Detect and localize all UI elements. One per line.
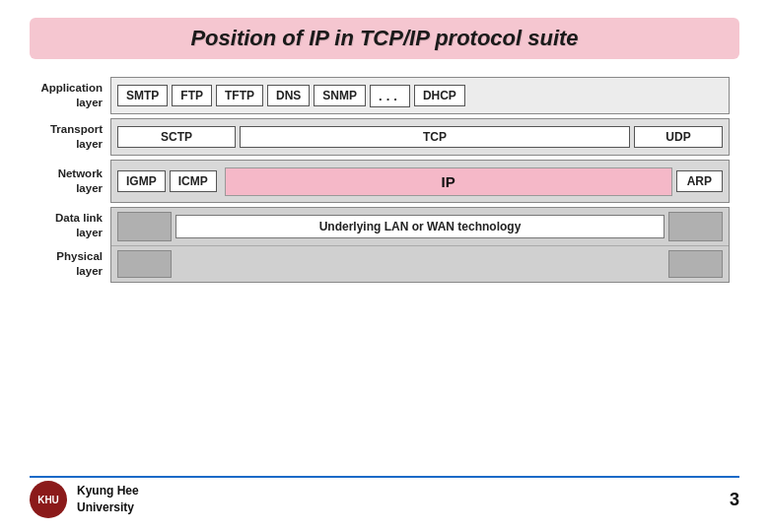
snmp-box: SNMP — [314, 85, 366, 106]
footer: KHU Kyung Hee University 3 — [0, 481, 769, 518]
page-number: 3 — [730, 490, 739, 510]
network-layer-band: IGMP ICMP IP ARP — [110, 160, 730, 203]
datalink-physical-labels: Data linklayer Physicallayer — [39, 207, 110, 283]
ip-wrapper: IP — [225, 167, 672, 196]
physical-gray-left — [117, 250, 172, 278]
datalink-physical-outer-band: Underlying LAN or WAN technology — [110, 207, 730, 283]
university-name: Kyung Hee University — [77, 483, 139, 516]
igmp-box: IGMP — [117, 170, 166, 192]
smtp-box: SMTP — [117, 85, 168, 106]
datalink-physical-combined: Data linklayer Physicallayer Underlying … — [39, 207, 730, 283]
transport-layer-band: SCTP TCP UDP — [110, 118, 730, 156]
title-bar: Position of IP in TCP/IP protocol suite — [30, 18, 739, 59]
network-left-protocols: IGMP ICMP — [117, 170, 217, 192]
datalink-inner-row: Underlying LAN or WAN technology — [111, 208, 729, 246]
diagram: Application layer SMTP FTP TFTP DNS SNMP… — [39, 77, 730, 283]
lan-wan-box: Underlying LAN or WAN technology — [175, 215, 664, 238]
physical-inner-row — [111, 246, 729, 282]
slide-title: Position of IP in TCP/IP protocol suite — [190, 26, 578, 50]
footer-line — [30, 476, 739, 479]
tcp-box: TCP — [240, 126, 630, 148]
icmp-box: ICMP — [170, 170, 217, 192]
transport-protocols: SCTP TCP UDP — [117, 126, 723, 148]
ftp-box: FTP — [172, 85, 212, 106]
sctp-box: SCTP — [117, 126, 236, 148]
slide: Position of IP in TCP/IP protocol suite … — [0, 0, 769, 532]
dots-box: ... — [370, 85, 410, 107]
application-protocols: SMTP FTP TFTP DNS SNMP ... DHCP — [117, 85, 723, 107]
university-logo: KHU — [30, 481, 67, 518]
footer-left: KHU Kyung Hee University — [30, 481, 139, 518]
application-layer-band: SMTP FTP TFTP DNS SNMP ... DHCP — [110, 77, 730, 114]
dhcp-box: DHCP — [414, 85, 465, 106]
datalink-label: Data linklayer — [39, 207, 110, 245]
datalink-gray-right — [668, 212, 723, 241]
dns-box: DNS — [267, 85, 310, 106]
network-layer-row: Network layer IGMP ICMP IP ARP — [39, 160, 730, 203]
physical-label: Physicallayer — [39, 245, 110, 284]
datalink-gray-left — [117, 212, 172, 241]
transport-layer-label: Transport layer — [39, 122, 110, 152]
application-layer-label: Application layer — [39, 81, 110, 110]
arp-box: ARP — [676, 170, 723, 192]
ip-box: IP — [225, 167, 672, 196]
transport-layer-row: Transport layer SCTP TCP UDP — [39, 118, 730, 156]
tftp-box: TFTP — [216, 85, 263, 106]
application-layer-row: Application layer SMTP FTP TFTP DNS SNMP… — [39, 77, 730, 114]
network-layer-label: Network layer — [39, 166, 110, 196]
udp-box: UDP — [634, 126, 723, 148]
physical-gray-right — [668, 250, 723, 278]
